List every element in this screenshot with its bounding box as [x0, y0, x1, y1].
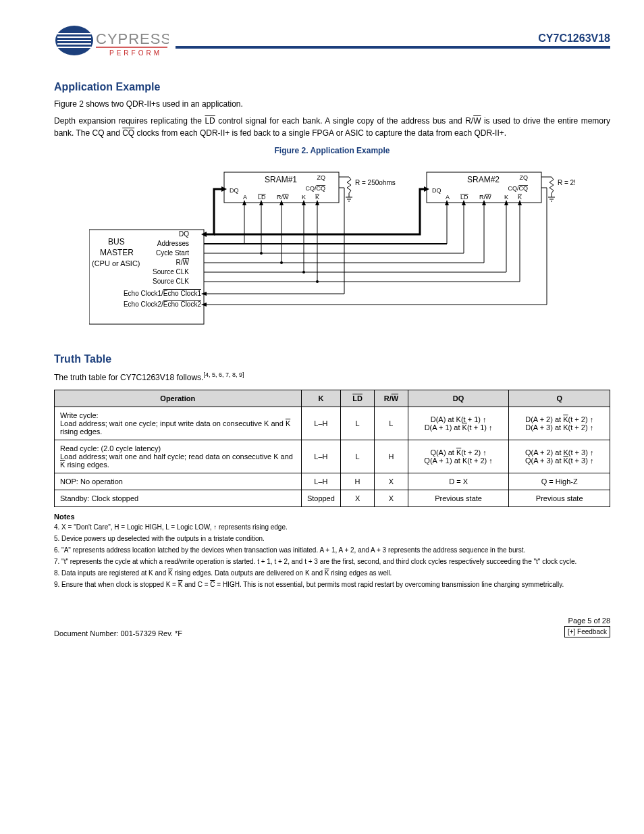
svg-text:R/W: R/W — [479, 194, 491, 201]
th-rw: R/W — [374, 390, 408, 407]
table-row: Write cycle:Load address; wait one cycle… — [55, 407, 610, 440]
th-operation: Operation — [55, 390, 302, 407]
svg-point-69 — [302, 271, 305, 273]
svg-text:K: K — [315, 194, 319, 201]
svg-text:Cycle Start: Cycle Start — [156, 249, 189, 257]
header-rule — [176, 46, 610, 49]
svg-text:R/W: R/W — [176, 259, 190, 266]
svg-text:R/W: R/W — [277, 194, 289, 201]
table-row: Read cycle: (2.0 cycle latency)Load addr… — [55, 440, 610, 473]
section-title-truth-table: Truth Table — [54, 353, 610, 365]
cypress-logo: CYPRESS PERFORM — [54, 20, 169, 68]
application-diagram: BUS MASTER (CPU or ASIC) DQ Addresses Cy… — [54, 162, 610, 340]
note-item: 7. "t" represents the cycle at which a r… — [54, 556, 610, 567]
app-example-para1: Figure 2 shows two QDR-II+s used in an a… — [54, 99, 610, 110]
svg-text:LD: LD — [258, 194, 266, 201]
footer-right: Page 5 of 28 [+] Feedback — [564, 617, 610, 637]
svg-text:DQ: DQ — [179, 230, 189, 238]
notes-label: Notes — [54, 513, 610, 521]
svg-text:A: A — [243, 194, 247, 201]
svg-text:SRAM#2: SRAM#2 — [467, 175, 500, 184]
svg-text:R = 250ohms: R = 250ohms — [355, 179, 396, 186]
svg-text:(CPU or ASIC): (CPU or ASIC) — [92, 259, 140, 267]
note-item: 9. Ensure that when clock is stopped K =… — [54, 579, 610, 590]
footer-page: Page 5 of 28 — [568, 617, 610, 625]
svg-text:CQ/CQ: CQ/CQ — [508, 185, 528, 192]
svg-text:Source CLK: Source CLK — [153, 268, 189, 276]
svg-text:Echo Clock1/Echo Clock1: Echo Clock1/Echo Clock1 — [124, 290, 201, 297]
th-q: Q — [509, 390, 610, 407]
svg-text:CYPRESS: CYPRESS — [96, 30, 169, 47]
note-item: 8. Data inputs are registered at K and K… — [54, 568, 610, 578]
section-title-application-example: Application Example — [54, 81, 610, 93]
part-number: CY7C1263V18 — [538, 32, 610, 45]
svg-text:MASTER: MASTER — [100, 248, 134, 257]
footer-doc-number: Document Number: 001-57329 Rev. *F — [54, 629, 182, 637]
notes-list: 4. X = "Don't Care", H = Logic HIGH, L =… — [54, 522, 610, 590]
svg-text:Addresses: Addresses — [157, 240, 189, 247]
svg-text:ZQ: ZQ — [520, 174, 529, 181]
bus-label: BUS — [108, 237, 125, 246]
page-header: CYPRESS PERFORM — [54, 20, 610, 68]
svg-text:PERFORM: PERFORM — [109, 49, 162, 57]
svg-text:R = 250ohms: R = 250ohms — [558, 179, 575, 186]
svg-text:Echo Clock2/Echo Clock2: Echo Clock2/Echo Clock2 — [124, 301, 201, 308]
svg-text:DQ: DQ — [230, 187, 239, 194]
svg-text:Source CLK: Source CLK — [153, 278, 189, 285]
note-item: 6. "A" represents address location latch… — [54, 545, 610, 555]
th-dq: DQ — [408, 390, 509, 407]
figure-2-title: Figure 2. Application Example — [54, 146, 610, 155]
svg-text:LD: LD — [460, 194, 468, 201]
feedback-link[interactable]: [+] Feedback — [564, 626, 610, 637]
footnote-ref: [4, 5, 6, 7, 8, 9] — [203, 371, 244, 378]
note-item: 4. X = "Don't Care", H = Logic HIGH, L =… — [54, 522, 610, 532]
svg-text:K: K — [518, 194, 522, 201]
table-row: NOP: No operation L–H H X D = X Q = High… — [55, 473, 610, 490]
figure-ref: Figure 2 — [54, 99, 84, 109]
table-row: Standby: Clock stopped Stopped X X Previ… — [55, 490, 610, 506]
svg-point-63 — [280, 261, 283, 264]
para-text: shows two QDR-II+s used in an applicatio… — [84, 99, 243, 109]
svg-text:K: K — [302, 194, 306, 201]
page-footer: Document Number: 001-57329 Rev. *F Page … — [54, 617, 610, 637]
th-ld: LD — [341, 390, 375, 407]
app-example-para2: Depth expansion requires replicating the… — [54, 115, 610, 139]
th-k: K — [301, 390, 341, 407]
svg-text:SRAM#1: SRAM#1 — [265, 175, 297, 184]
truth-table: Operation K LD R/W DQ Q Write cycle:Load… — [54, 390, 610, 507]
truth-table-intro: The truth table for CY7C1263V18 follows.… — [54, 371, 610, 384]
svg-text:CQ/CQ: CQ/CQ — [305, 185, 325, 192]
svg-text:A: A — [446, 194, 450, 201]
svg-text:DQ: DQ — [432, 187, 441, 194]
svg-point-75 — [316, 280, 319, 283]
svg-text:ZQ: ZQ — [317, 174, 326, 181]
svg-text:K: K — [504, 194, 508, 201]
note-item: 5. Device powers up deselected with the … — [54, 533, 610, 544]
